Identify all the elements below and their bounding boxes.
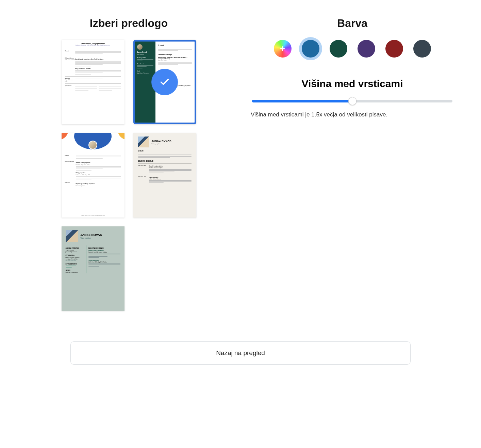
template-card-2[interactable]: Janez Novak Vodja projektov Osebni podat… xyxy=(133,40,196,124)
template-card-4[interactable]: JANEZ NOVAK Vodja projektov O MENI DELOV… xyxy=(133,133,196,218)
color-swatch-custom[interactable] xyxy=(274,40,292,58)
slider-fill xyxy=(252,100,352,102)
color-swatch-red[interactable] xyxy=(385,40,403,58)
template-card-1[interactable]: Janez Novak, Vodja projektov Ljubljana, … xyxy=(62,40,125,124)
slider-caption: Višina med vrsticami je 1.5x večja od ve… xyxy=(251,111,454,118)
color-swatch-slate[interactable] xyxy=(413,40,431,58)
color-swatch-blue[interactable] xyxy=(302,40,319,58)
templates-heading: Izberi predlogo xyxy=(27,17,230,30)
template-4-name: JANEZ NOVAK xyxy=(152,139,172,142)
color-swatches-row xyxy=(251,40,454,58)
template-5-name: JANEZ NOVAK xyxy=(81,233,102,237)
selected-check-icon xyxy=(151,69,178,95)
avatar xyxy=(66,230,78,242)
template-card-5[interactable]: JANEZ NOVAK Vodja projektov OSEBNI PODAT… xyxy=(62,226,125,311)
line-height-slider[interactable] xyxy=(252,100,452,102)
avatar xyxy=(138,137,149,147)
templates-section: Izberi predlogo Janez Novak, Vodja proje… xyxy=(27,17,230,311)
settings-section: Barva Višina med vrsticami Višina med vr… xyxy=(251,17,454,311)
template-2-name: Janez Novak xyxy=(137,51,153,53)
color-heading: Barva xyxy=(251,17,454,30)
color-swatch-green[interactable] xyxy=(330,40,347,58)
slider-heading: Višina med vrsticami xyxy=(251,78,454,90)
color-swatch-purple[interactable] xyxy=(358,40,375,58)
template-card-3[interactable]: O meni Delovne izkušnjeStarejši vodja pr… xyxy=(62,133,125,218)
slider-thumb[interactable] xyxy=(348,97,356,105)
back-button[interactable]: Nazaj na pregled xyxy=(70,341,411,365)
templates-grid: Janez Novak, Vodja projektov Ljubljana, … xyxy=(27,40,230,311)
